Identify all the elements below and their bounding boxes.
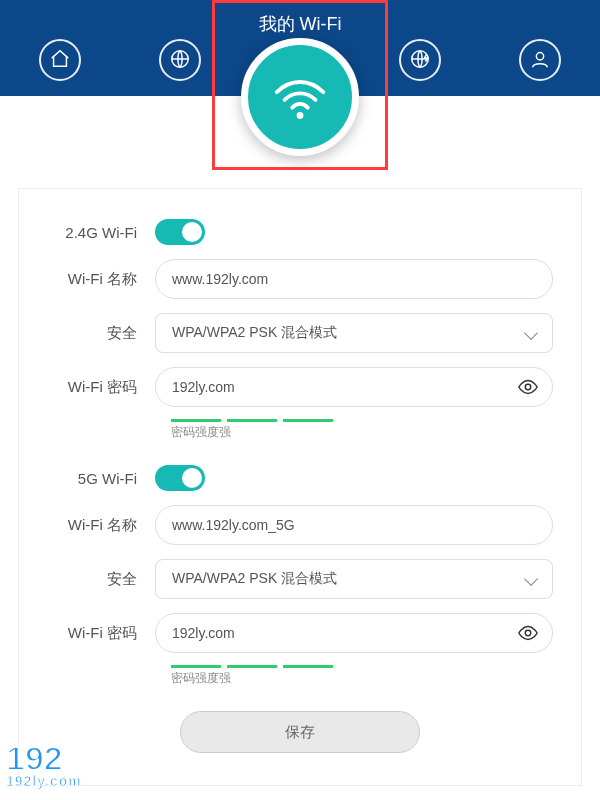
nav-user[interactable] <box>519 39 561 81</box>
svg-point-4 <box>525 384 531 390</box>
globe-bolt-icon <box>409 48 431 73</box>
security-24-select[interactable]: WPA/WPA2 PSK 混合模式 <box>155 313 553 353</box>
page-title: 我的 Wi-Fi <box>259 12 342 36</box>
security-5g-select[interactable]: WPA/WPA2 PSK 混合模式 <box>155 559 553 599</box>
nav-internet[interactable] <box>159 39 201 81</box>
user-icon <box>529 48 551 73</box>
save-button[interactable]: 保存 <box>180 711 420 753</box>
ssid-5g-label: Wi-Fi 名称 <box>47 516 155 535</box>
password-5g-label: Wi-Fi 密码 <box>47 624 155 643</box>
ssid-24-input[interactable] <box>155 259 553 299</box>
eye-icon <box>517 384 539 401</box>
password-24-strength-text: 密码强度强 <box>155 424 553 441</box>
wifi-5g-toggle[interactable] <box>155 465 205 491</box>
wifi-icon <box>269 65 331 130</box>
show-password-5g-button[interactable] <box>517 622 539 644</box>
eye-icon <box>517 630 539 647</box>
svg-point-5 <box>525 630 531 636</box>
globe-icon <box>169 48 191 73</box>
wifi-24-toggle[interactable] <box>155 219 205 245</box>
ssid-5g-input[interactable] <box>155 505 553 545</box>
svg-point-3 <box>297 111 304 118</box>
nav-home[interactable] <box>39 39 81 81</box>
svg-point-2 <box>536 52 543 59</box>
security-5g-label: 安全 <box>47 570 155 589</box>
password-24-input[interactable] <box>155 367 553 407</box>
ssid-24-label: Wi-Fi 名称 <box>47 270 155 289</box>
show-password-24-button[interactable] <box>517 376 539 398</box>
password-5g-strength-text: 密码强度强 <box>155 670 553 687</box>
password-5g-strength-bars <box>155 657 553 670</box>
nav-diagnostics[interactable] <box>399 39 441 81</box>
settings-panel: 2.4G Wi-Fi Wi-Fi 名称 安全 WPA/WPA2 PSK 混合模式… <box>18 188 582 786</box>
password-5g-input[interactable] <box>155 613 553 653</box>
password-24-label: Wi-Fi 密码 <box>47 378 155 397</box>
home-icon <box>49 48 71 73</box>
security-24-value: WPA/WPA2 PSK 混合模式 <box>172 324 337 342</box>
band-24-label: 2.4G Wi-Fi <box>47 224 155 241</box>
password-24-strength-bars <box>155 411 553 424</box>
security-24-label: 安全 <box>47 324 155 343</box>
band-5g-label: 5G Wi-Fi <box>47 470 155 487</box>
security-5g-value: WPA/WPA2 PSK 混合模式 <box>172 570 337 588</box>
nav-wifi[interactable] <box>241 38 359 156</box>
